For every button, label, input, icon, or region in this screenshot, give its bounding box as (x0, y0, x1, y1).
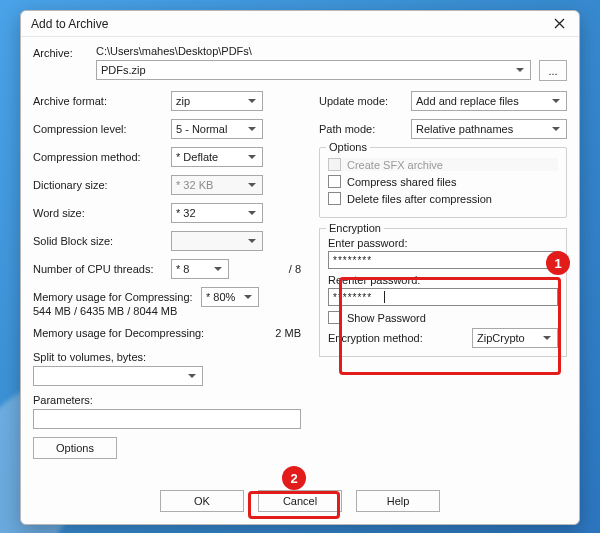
mem-decompress-label: Memory usage for Decompressing: (33, 327, 221, 339)
options-button[interactable]: Options (33, 437, 117, 459)
archive-format-label: Archive format: (33, 95, 171, 107)
close-icon (554, 18, 565, 29)
encryption-group: Encryption Enter password: ******** Reen… (319, 228, 567, 357)
split-volumes-combo[interactable] (33, 366, 203, 386)
delete-after-checkbox[interactable]: Delete files after compression (328, 192, 558, 205)
annotation-badge-2: 2 (282, 466, 306, 490)
dictionary-size-combo[interactable]: * 32 KB (171, 175, 263, 195)
checkbox-icon (328, 158, 341, 171)
path-mode-label: Path mode: (319, 123, 411, 135)
update-mode-label: Update mode: (319, 95, 411, 107)
parameters-input[interactable] (33, 409, 301, 429)
cancel-button[interactable]: Cancel (258, 490, 342, 512)
solid-block-size-label: Solid Block size: (33, 235, 171, 247)
enter-password-label: Enter password: (328, 237, 558, 249)
mem-decompress-value: 2 MB (221, 327, 301, 339)
sfx-checkbox: Create SFX archive (328, 158, 558, 171)
archive-filename-value: PDFs.zip (101, 64, 146, 76)
cpu-threads-combo[interactable]: * 8 (171, 259, 229, 279)
parameters-label: Parameters: (33, 394, 301, 406)
browse-button[interactable]: ... (539, 60, 567, 81)
options-legend: Options (326, 141, 370, 153)
compression-level-label: Compression level: (33, 123, 171, 135)
reenter-password-input[interactable]: ******** (328, 288, 558, 306)
compression-method-select[interactable]: * Deflate (171, 147, 263, 167)
show-password-checkbox[interactable]: Show Password (328, 311, 558, 324)
update-mode-select[interactable]: Add and replace files (411, 91, 567, 111)
cpu-threads-label: Number of CPU threads: (33, 263, 171, 275)
archive-label: Archive: (33, 45, 88, 59)
archive-filename-combo[interactable]: PDFs.zip (96, 60, 531, 80)
ok-button[interactable]: OK (160, 490, 244, 512)
mem-compress-combo[interactable]: * 80% (201, 287, 259, 307)
encryption-method-select[interactable]: ZipCrypto (472, 328, 558, 348)
mem-compress-label: Memory usage for Compressing: (33, 291, 201, 303)
compression-method-label: Compression method: (33, 151, 171, 163)
checkbox-icon (328, 192, 341, 205)
encryption-legend: Encryption (326, 222, 384, 234)
path-mode-select[interactable]: Relative pathnames (411, 119, 567, 139)
archive-row: Archive: C:\Users\mahes\Desktop\PDFs\ PD… (33, 45, 567, 81)
reenter-password-label: Reenter password: (328, 274, 558, 286)
dialog-buttons: OK Cancel Help (21, 490, 579, 512)
mem-compress-detail: 544 MB / 6435 MB / 8044 MB (33, 305, 301, 317)
compression-level-select[interactable]: 5 - Normal (171, 119, 263, 139)
archive-path-text: C:\Users\mahes\Desktop\PDFs\ (96, 45, 531, 57)
checkbox-icon (328, 311, 341, 324)
word-size-label: Word size: (33, 207, 171, 219)
dictionary-size-label: Dictionary size: (33, 179, 171, 191)
close-button[interactable] (545, 14, 573, 34)
right-column: Update mode: Add and replace files Path … (319, 91, 567, 459)
split-label: Split to volumes, bytes: (33, 351, 301, 363)
left-column: Archive format: zip Compression level: 5… (33, 91, 301, 459)
titlebar: Add to Archive (21, 11, 579, 37)
checkbox-icon (328, 175, 341, 188)
word-size-combo[interactable]: * 32 (171, 203, 263, 223)
encryption-method-label: Encryption method: (328, 332, 472, 344)
window-title: Add to Archive (31, 17, 545, 31)
help-button[interactable]: Help (356, 490, 440, 512)
enter-password-input[interactable]: ******** (328, 251, 558, 269)
solid-block-size-combo[interactable] (171, 231, 263, 251)
add-to-archive-window: Add to Archive Archive: C:\Users\mahes\D… (20, 10, 580, 525)
compress-shared-checkbox[interactable]: Compress shared files (328, 175, 558, 188)
cpu-threads-total: / 8 (229, 263, 301, 275)
options-group: Options Create SFX archive Compress shar… (319, 147, 567, 218)
archive-format-select[interactable]: zip (171, 91, 263, 111)
dialog-body: Archive: C:\Users\mahes\Desktop\PDFs\ PD… (21, 37, 579, 467)
